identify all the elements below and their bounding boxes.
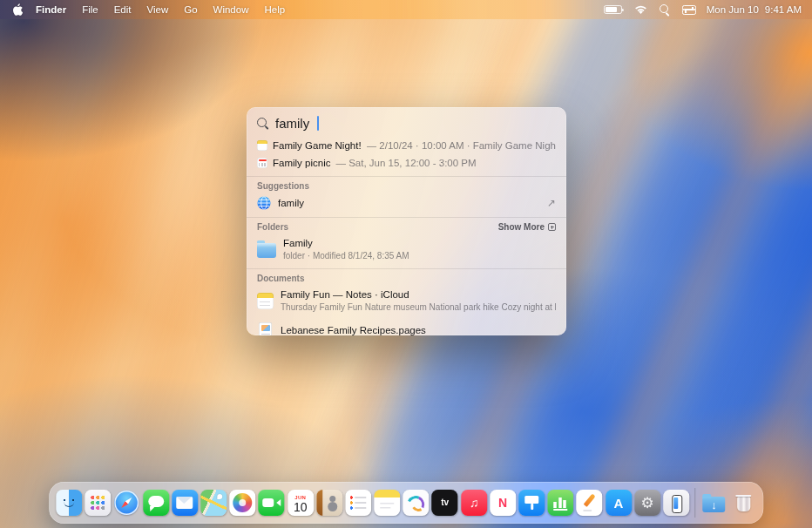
document-result-text: Lebanese Family Recipes.pages xyxy=(281,324,426,335)
document-result-family-fun[interactable]: Family Fun — Notes · iCloud Thursday Fam… xyxy=(247,286,566,315)
dock-mail-icon[interactable] xyxy=(172,490,198,516)
result-title: Family picnic xyxy=(273,158,330,168)
battery-icon[interactable] xyxy=(604,5,622,14)
dock-maps-icon[interactable] xyxy=(200,490,227,516)
download-arrow-icon: ↓ xyxy=(711,499,717,511)
calendar-month: JUN xyxy=(294,495,306,500)
menu-clock[interactable]: Mon Jun 10 9:41 AM xyxy=(707,4,802,15)
show-more-button[interactable]: Show More xyxy=(498,222,556,232)
clock-time: 9:41 AM xyxy=(765,4,802,15)
spotlight-window: family Family Game Night! — 2/10/24 · 10… xyxy=(247,107,566,335)
control-center-icon[interactable] xyxy=(682,5,694,15)
spotlight-search-row[interactable]: family xyxy=(247,107,566,137)
suggestion-label: family xyxy=(278,198,304,208)
dock-music-icon[interactable]: ♫ xyxy=(461,490,487,516)
menu-bar-status: Mon Jun 10 9:41 AM xyxy=(604,4,802,15)
suggestion-family[interactable]: family ↗ xyxy=(247,193,566,213)
dock-reminders-icon[interactable] xyxy=(345,490,371,516)
pages-doc-icon xyxy=(259,322,272,335)
folder-result-family[interactable]: Family folder · Modified 8/1/24, 8:35 AM xyxy=(247,234,566,264)
calendar-icon xyxy=(257,158,267,168)
search-icon xyxy=(257,118,268,129)
apple-logo-icon xyxy=(12,3,23,16)
tv-logo-text: tv xyxy=(441,498,449,507)
wifi-icon[interactable] xyxy=(634,5,647,15)
dock-contacts-icon[interactable] xyxy=(316,490,342,516)
folder-result-text: Family folder · Modified 8/1/24, 8:35 AM xyxy=(283,237,409,261)
menu-file[interactable]: File xyxy=(74,0,106,19)
app-store-glyph: A xyxy=(613,497,623,510)
suggestions-header-label: Suggestions xyxy=(257,181,309,191)
menu-bar-left: Finder File Edit View Go Window Help xyxy=(10,0,293,19)
folder-icon xyxy=(257,243,276,258)
dock-news-icon[interactable]: N xyxy=(490,490,516,516)
text-caret xyxy=(317,116,319,131)
menu-bar: Finder File Edit View Go Window Help Mon… xyxy=(0,0,812,19)
gear-icon: ⚙ xyxy=(640,496,653,511)
suggestions-header: Suggestions xyxy=(247,177,566,193)
dock-pages-icon[interactable] xyxy=(577,490,603,516)
desktop: Finder File Edit View Go Window Help Mon… xyxy=(0,0,812,528)
dock-messages-icon[interactable] xyxy=(143,490,169,516)
menu-edit[interactable]: Edit xyxy=(106,0,139,19)
document-result-lebanese-recipes[interactable]: Lebanese Family Recipes.pages xyxy=(247,316,566,335)
dock-app-store-icon[interactable]: A xyxy=(606,490,632,516)
music-note-glyph: ♫ xyxy=(470,497,479,509)
dock-safari-icon[interactable] xyxy=(114,490,140,516)
dock-facetime-icon[interactable] xyxy=(259,490,285,516)
notes-icon xyxy=(257,140,267,151)
documents-header-label: Documents xyxy=(257,274,304,283)
documents-header: Documents xyxy=(247,269,566,286)
dock-calendar-icon[interactable]: JUN 10 xyxy=(288,490,314,516)
folders-header-label: Folders xyxy=(257,222,288,232)
notes-doc-icon xyxy=(257,293,274,309)
apple-menu[interactable] xyxy=(10,3,28,16)
dock: JUN 10 tv ♫ N A ⚙ ↓ xyxy=(49,482,763,524)
dock-tv-icon[interactable]: tv xyxy=(432,490,458,516)
news-glyph: N xyxy=(498,497,507,509)
clock-date: Mon Jun 10 xyxy=(707,4,759,15)
document-subtitle: Thursday Family Fun Nature museum Nation… xyxy=(281,301,556,314)
open-arrow-icon[interactable]: ↗ xyxy=(547,197,556,209)
folder-subtitle: folder · Modified 8/1/24, 8:35 AM xyxy=(283,250,409,262)
dock-photos-icon[interactable] xyxy=(229,490,255,516)
menu-window[interactable]: Window xyxy=(206,0,257,19)
folder-title: Family xyxy=(283,237,409,250)
dock-trash-icon[interactable] xyxy=(730,490,756,516)
show-more-icon xyxy=(548,223,556,231)
menu-help[interactable]: Help xyxy=(256,0,293,19)
dock-numbers-icon[interactable] xyxy=(547,490,573,516)
search-input[interactable]: family xyxy=(275,116,309,131)
result-title: Family Game Night! xyxy=(273,140,362,151)
dock-iphone-mirroring-icon[interactable] xyxy=(663,490,689,516)
dock-downloads-icon[interactable]: ↓ xyxy=(701,490,727,516)
folders-header: Folders Show More xyxy=(247,218,566,234)
document-title: Lebanese Family Recipes.pages xyxy=(281,324,426,335)
result-family-picnic[interactable]: Family picnic — Sat, Jun 15, 12:00 - 3:0… xyxy=(247,154,566,172)
document-title: Family Fun — Notes · iCloud xyxy=(281,288,556,301)
web-globe-icon xyxy=(257,196,271,210)
dock-freeform-icon[interactable] xyxy=(403,490,430,516)
dock-system-settings-icon[interactable]: ⚙ xyxy=(634,490,660,516)
menu-go[interactable]: Go xyxy=(176,0,205,19)
document-result-text: Family Fun — Notes · iCloud Thursday Fam… xyxy=(281,288,556,313)
show-more-label: Show More xyxy=(498,222,545,232)
result-detail: — 2/10/24 · 10:00 AM · Family Game Night… xyxy=(367,140,556,151)
result-detail: — Sat, Jun 15, 12:00 - 3:00 PM xyxy=(335,158,476,168)
menu-view[interactable]: View xyxy=(139,0,177,19)
dock-keynote-icon[interactable] xyxy=(518,490,545,516)
menu-app-name[interactable]: Finder xyxy=(28,0,74,19)
dock-finder-icon[interactable] xyxy=(56,490,82,516)
dock-notes-icon[interactable] xyxy=(374,490,400,516)
dock-launchpad-icon[interactable] xyxy=(85,490,111,516)
calendar-day: 10 xyxy=(294,501,308,513)
dock-divider xyxy=(694,488,695,518)
spotlight-menu-icon[interactable] xyxy=(660,4,670,15)
result-family-game-night[interactable]: Family Game Night! — 2/10/24 · 10:00 AM … xyxy=(247,137,566,154)
